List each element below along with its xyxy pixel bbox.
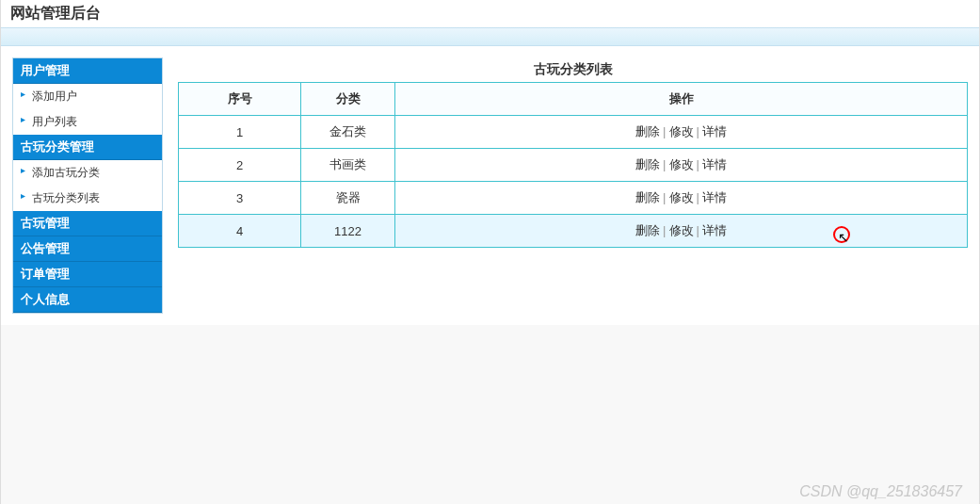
sidebar-item[interactable]: 添加古玩分类 xyxy=(13,160,162,186)
sidebar-section-header[interactable]: 公告管理 xyxy=(13,236,162,262)
cell-actions: 删除|修改|详情 xyxy=(395,149,968,182)
cell-category: 1122 xyxy=(301,215,395,248)
cell-category: 金石类 xyxy=(301,116,395,149)
separator: | xyxy=(662,124,667,138)
cell-index: 4 xyxy=(179,215,301,248)
delete-link[interactable]: 删除 xyxy=(634,190,662,204)
sidebar-item[interactable]: 添加用户 xyxy=(13,84,162,109)
delete-link[interactable]: 删除 xyxy=(634,157,662,171)
edit-link[interactable]: 修改 xyxy=(667,190,696,204)
sidebar-section-header[interactable]: 古玩分类管理 xyxy=(13,135,162,160)
detail-link[interactable]: 详情 xyxy=(700,157,729,171)
category-table: 序号 分类 操作 1金石类删除|修改|详情2书画类删除|修改|详情3瓷器删除|修… xyxy=(178,82,968,248)
separator: | xyxy=(662,190,667,204)
detail-link[interactable]: 详情 xyxy=(700,190,729,204)
page-title: 网站管理后台 xyxy=(1,0,979,27)
main-content: 古玩分类列表 序号 分类 操作 1金石类删除|修改|详情2书画类删除|修改|详情… xyxy=(178,57,968,248)
cell-category: 书画类 xyxy=(301,149,395,182)
cell-index: 1 xyxy=(179,116,301,149)
sidebar-item[interactable]: 用户列表 xyxy=(13,109,162,135)
delete-link[interactable]: 删除 xyxy=(634,223,662,237)
watermark: CSDN @qq_251836457 xyxy=(799,483,962,500)
separator: | xyxy=(662,157,667,171)
col-header-action: 操作 xyxy=(395,83,968,116)
cell-index: 3 xyxy=(179,182,301,215)
cell-index: 2 xyxy=(179,149,301,182)
cell-actions: 删除|修改|详情 xyxy=(395,215,968,248)
delete-link[interactable]: 删除 xyxy=(634,124,662,138)
header-divider xyxy=(1,27,979,46)
table-row: 1金石类删除|修改|详情 xyxy=(179,116,968,149)
sidebar-item[interactable]: 古玩分类列表 xyxy=(13,186,162,211)
sidebar-section-header[interactable]: 用户管理 xyxy=(13,58,162,84)
table-row: 2书画类删除|修改|详情 xyxy=(179,149,968,182)
edit-link[interactable]: 修改 xyxy=(667,157,696,171)
sidebar-section-header[interactable]: 古玩管理 xyxy=(13,211,162,236)
cell-actions: 删除|修改|详情 xyxy=(395,182,968,215)
detail-link[interactable]: 详情 xyxy=(700,124,729,138)
table-row: 41122删除|修改|详情 xyxy=(179,215,968,248)
sidebar: 用户管理添加用户用户列表古玩分类管理添加古玩分类古玩分类列表古玩管理公告管理订单… xyxy=(12,57,163,314)
sidebar-section-header[interactable]: 个人信息 xyxy=(13,287,162,313)
separator: | xyxy=(662,223,667,237)
cell-category: 瓷器 xyxy=(301,182,395,215)
table-row: 3瓷器删除|修改|详情 xyxy=(179,182,968,215)
edit-link[interactable]: 修改 xyxy=(667,124,696,138)
sidebar-section-header[interactable]: 订单管理 xyxy=(13,262,162,287)
content-title: 古玩分类列表 xyxy=(178,57,968,82)
col-header-index: 序号 xyxy=(179,83,301,116)
edit-link[interactable]: 修改 xyxy=(667,223,696,237)
detail-link[interactable]: 详情 xyxy=(700,223,729,237)
cell-actions: 删除|修改|详情 xyxy=(395,116,968,149)
col-header-category: 分类 xyxy=(301,83,395,116)
